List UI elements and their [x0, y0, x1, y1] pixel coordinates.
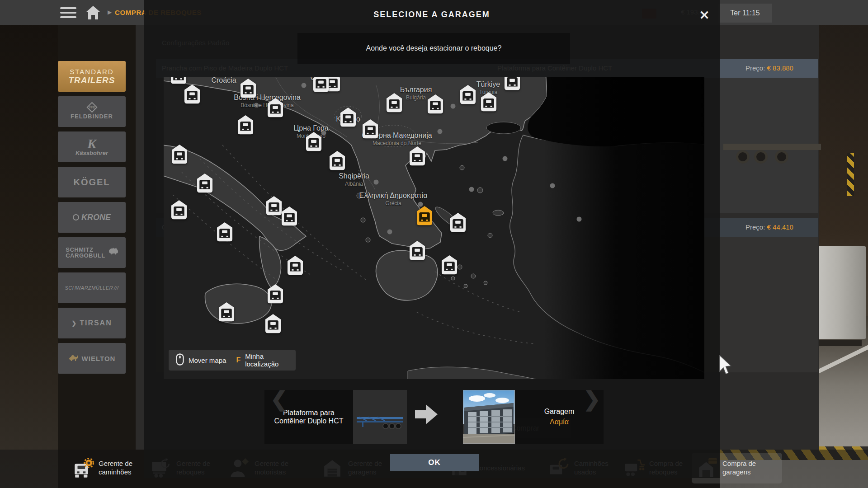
feldbinder-logo-icon: FFB [86, 102, 97, 113]
brand-label-line: WIELTON [82, 355, 116, 362]
menu-icon[interactable] [60, 7, 76, 18]
ets2-screen: Configurações Padrão Prancha com Piso de… [0, 0, 868, 488]
garage-photo [463, 390, 515, 444]
garage-icon[interactable] [449, 212, 467, 233]
map-legend: Mover mapa F Minha localização [169, 350, 296, 371]
map-city-dot [503, 156, 508, 161]
brand-label-line: FELDBINDER [71, 113, 113, 120]
garage-icon[interactable] [183, 84, 201, 105]
trailer-wheel [736, 150, 750, 164]
bull-icon [108, 248, 118, 258]
keyboard-key-f: F [236, 356, 241, 364]
garage-icon[interactable] [217, 301, 236, 323]
camel-icon [68, 353, 79, 363]
map-city-dot [254, 103, 259, 108]
garage-icon[interactable] [480, 91, 498, 113]
garage-map[interactable]: Mover mapa F Minha localização СрбијаSér… [164, 77, 704, 379]
sidebar-item-tirsan[interactable]: TIRSAN [58, 308, 126, 338]
sidebar-item-standard-trailers[interactable]: STANDARDTRAILERS [58, 61, 126, 92]
price-label: Preço: € 83.880 [720, 64, 819, 72]
map-city-dot [469, 187, 474, 192]
garage-icon[interactable] [385, 92, 403, 113]
garage-icon[interactable] [266, 283, 284, 305]
legend-move-label: Mover mapa [189, 357, 226, 364]
garage-icon[interactable] [503, 77, 521, 91]
garage-icon[interactable] [216, 221, 234, 243]
sidebar-item-schmitz[interactable]: SCHMITZCARGOBULL [58, 237, 126, 268]
wielton-logo-row: WIELTON [68, 353, 116, 363]
dialog-title: SELECIONE A GARAGEM [144, 10, 720, 19]
garage-icon[interactable] [305, 131, 323, 152]
garage-icon[interactable] [170, 77, 188, 85]
garage-icon[interactable] [361, 118, 379, 140]
legend-location-label: Minha localização [245, 352, 288, 368]
map-city-dot [577, 217, 582, 222]
breadcrumb-arrow-icon: ▶ [108, 9, 112, 15]
sidebar-item-kassbohrer[interactable]: KKässbohrer [58, 131, 126, 162]
map-city-dot [374, 180, 379, 185]
map-city-dot [438, 129, 443, 134]
garage-icon[interactable] [236, 114, 255, 136]
brand-label: WIELTON [82, 355, 116, 362]
brand-label-line: TRAILERS [69, 75, 115, 85]
garage-icon[interactable] [426, 94, 444, 115]
garage-icon[interactable] [328, 150, 346, 171]
garage-icon[interactable] [196, 173, 214, 194]
sidebar-item-kogel[interactable]: KÖGEL [58, 167, 126, 197]
garage-icon[interactable] [170, 144, 189, 165]
dialog-question: Aonde você deseja estacionar o reboque? [297, 33, 570, 64]
garage-label: Garagem [544, 408, 575, 416]
trailer-wheel [754, 150, 768, 164]
mouse-icon [176, 353, 184, 367]
krone-ring-icon [73, 214, 79, 221]
garage-icon[interactable] [312, 77, 330, 93]
close-icon[interactable]: ✕ [695, 6, 713, 24]
price-label: Preço: € 44.410 [720, 223, 819, 231]
brand-label-line: KRONE [73, 213, 111, 222]
garage-icon[interactable] [280, 206, 298, 227]
map-city-dot [302, 83, 307, 88]
truckgear-icon [72, 457, 94, 479]
sidebar-item-feldbinder[interactable]: FFBFELDBINDER [58, 96, 126, 127]
game-time: Ter 11:15 [718, 4, 772, 23]
garage-icon[interactable] [408, 145, 426, 167]
ok-button[interactable]: OK [390, 454, 479, 471]
home-icon[interactable] [85, 5, 101, 20]
garage-icon[interactable] [440, 254, 458, 276]
brand-label-line: TIRSAN [71, 319, 112, 327]
kassbohrer-logo-icon: K [87, 138, 96, 150]
garage-icon[interactable] [339, 107, 357, 128]
hazard-pole [847, 153, 854, 196]
garage-icon[interactable] [170, 199, 188, 221]
schmitz-logo-row: SCHMITZCARGOBULL [66, 247, 118, 258]
brand-label: SCHMITZCARGOBULL [66, 247, 105, 258]
garage-icon[interactable] [264, 313, 282, 334]
toolbar-item-label: Compra de garagens [722, 460, 773, 477]
garage-icon-selected[interactable] [415, 205, 434, 226]
sidebar-item-krone[interactable]: KRONE [58, 202, 126, 233]
toolbar-item-label: Gerente de caminhões [99, 460, 149, 477]
arrow-right-icon [413, 403, 439, 427]
map-city-dot [387, 230, 392, 235]
trailer-thumbnail [353, 390, 407, 444]
price-value: € 83.880 [767, 64, 793, 72]
brand-sidebar: STANDARDTRAILERSFFBFELDBINDERKKässbohrer… [58, 61, 126, 378]
sidebar-item-wielton[interactable]: WIELTON [58, 343, 126, 374]
chevron-left-icon[interactable]: ❮ [270, 387, 288, 411]
brand-label-line: KÖGEL [73, 177, 110, 188]
sidebar-item-schwarzmuller[interactable]: SCHWARZMÜLLER [58, 272, 126, 303]
garage-icon[interactable] [239, 78, 257, 99]
garage-scene-left [0, 25, 58, 488]
garage-icon[interactable] [286, 255, 304, 276]
trailer-silhouette [723, 144, 821, 150]
garage-icon[interactable] [266, 97, 284, 118]
brand-label-line: CARGOBULL [66, 253, 105, 258]
price-value: € 44.410 [767, 223, 793, 231]
garage-icon[interactable] [408, 240, 426, 261]
brand-label-line: Kässbohrer [75, 150, 108, 156]
trailer-wheel [775, 150, 788, 164]
map-city-dot [550, 183, 555, 188]
chevron-right-icon[interactable]: ❯ [583, 387, 601, 411]
garage-icon[interactable] [459, 84, 477, 105]
garage-city: Λαμία [550, 418, 569, 426]
